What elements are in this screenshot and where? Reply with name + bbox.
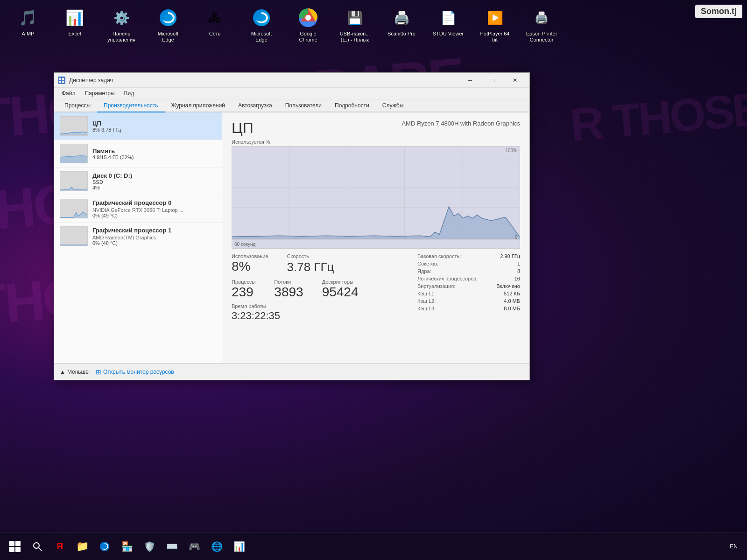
usb-label: USB-накоп... (E:) - Ярлык — [338, 31, 372, 43]
menu-view[interactable]: Вид — [120, 89, 138, 98]
vscode-icon: ⌨️ — [166, 541, 178, 552]
maximize-button[interactable]: □ — [482, 74, 503, 87]
desktop-icon-panel[interactable]: ⚙️ Панель управления — [103, 5, 140, 45]
bg-text-right: R THOSE — [568, 85, 747, 148]
taskmanager-bottombar: ▲ Меньше ⊞ Открыть монитор ресурсов — [54, 363, 529, 380]
processes-value: 239 — [232, 286, 255, 299]
desktop-icon-edge1[interactable]: Microsoft Edge — [149, 5, 187, 45]
edge-taskbar-icon — [99, 541, 110, 552]
runtime-label: Время работы — [232, 303, 408, 309]
sidebar-item-memory[interactable]: Память 4.9/15.4 ГБ (32%) — [54, 140, 222, 168]
desktop-icon-edge2[interactable]: Microsoft Edge — [243, 5, 280, 45]
desktop-icon-pot[interactable]: ▶️ PotPlayer 64 bit — [476, 5, 514, 45]
panel-label: Панель управления — [105, 31, 138, 43]
window-controls: ─ □ ✕ — [459, 74, 526, 87]
tab-details[interactable]: Подробности — [328, 99, 376, 112]
less-label: Меньше — [67, 369, 89, 375]
svg-rect-17 — [60, 227, 87, 245]
pot-icon: ▶️ — [484, 7, 506, 29]
close-button[interactable]: ✕ — [504, 74, 526, 87]
shield-icon: 🛡️ — [144, 541, 155, 552]
sidebar-item-gpu0[interactable]: Графический процессор 0 NVIDIA GeForce R… — [54, 195, 222, 223]
desktop-icon-epson[interactable]: 🖨️ Epson Printer Connector — [523, 5, 560, 45]
open-monitor-link[interactable]: ⊞ Открыть монитор ресурсов — [96, 368, 174, 376]
app-button[interactable]: 📊 — [229, 536, 249, 557]
right-info-panel: Базовая скорость: 2.90 ГГц Сокетов: 1 Яд… — [417, 253, 520, 322]
usage-label: Используется % — [232, 139, 520, 145]
browser-button[interactable]: 🌐 — [206, 536, 227, 557]
sockets-value: 1 — [517, 261, 520, 266]
monitor-icon: ⊞ — [96, 368, 101, 376]
runtime-block: Время работы 3:23:22:35 — [232, 303, 408, 322]
taskbar-icons: Я 📁 🏪 🛡️ ⌨️ 🎮 🌐 — [5, 536, 249, 557]
graph-time-label: 60 секунд — [234, 242, 255, 247]
store-button[interactable]: 🏪 — [117, 536, 137, 557]
less-button[interactable]: ▲ Меньше — [60, 369, 89, 375]
menu-options[interactable]: Параметры — [81, 89, 119, 98]
info-cache1: Кэш L1: 512 КБ — [417, 291, 520, 296]
desktop-icons-container: 🎵 AIMP 📊 Excel ⚙️ Панель управления Micr… — [9, 5, 560, 45]
sidebar-item-cpu[interactable]: ЦП 8% 3.78 ГГц — [54, 112, 222, 140]
cache2-label: Кэш L2: — [417, 298, 436, 304]
cache3-value: 8.0 МБ — [504, 306, 520, 311]
virt-label: Виртуализация: — [417, 283, 455, 289]
gpu1-sidebar-name: Графический процессор 1 — [92, 227, 216, 234]
tab-processes[interactable]: Процессы — [58, 99, 97, 112]
chrome-icon — [297, 7, 319, 29]
gpu1-mini-graph — [60, 226, 88, 246]
disk-sidebar-detail2: SSD — [92, 179, 216, 185]
tab-services[interactable]: Службы — [376, 99, 410, 112]
desktop-icon-aimp[interactable]: 🎵 AIMP — [9, 5, 47, 39]
sidebar-item-gpu1[interactable]: Графический процессор 1 AMD Radeon(TM) G… — [54, 223, 222, 250]
taskmanager-window: Диспетчер задач ─ □ ✕ Файл Параметры Вид… — [54, 72, 530, 380]
yandex-button[interactable]: Я — [49, 536, 70, 557]
minimize-button[interactable]: ─ — [459, 74, 481, 87]
edge-taskbar-button[interactable] — [94, 536, 115, 557]
edge2-label: Microsoft Edge — [245, 31, 278, 43]
search-button[interactable] — [27, 536, 48, 557]
cpu-mini-graph — [60, 116, 88, 136]
cpu-graph: 100% 0 60 секунд — [232, 146, 520, 249]
menu-file[interactable]: Файл — [58, 89, 79, 98]
memory-sidebar-value: 4.9/15.4 ГБ (32%) — [92, 154, 216, 160]
runtime-value: 3:23:22:35 — [232, 310, 408, 322]
tab-startup[interactable]: Автозагрузка — [232, 99, 279, 112]
taskbar-right: EN — [730, 543, 742, 550]
speed-value: 3.78 ГГц — [287, 260, 334, 274]
speed-label: Скорость — [287, 253, 334, 259]
gpu0-sidebar-value: 0% (49 °C) — [92, 213, 216, 218]
vscode-button[interactable]: ⌨️ — [162, 536, 182, 557]
svg-rect-7 — [59, 81, 61, 83]
start-button[interactable] — [5, 536, 25, 557]
processes-block: Процессы 239 — [232, 279, 255, 299]
taskbar: Я 📁 🏪 🛡️ ⌨️ 🎮 🌐 — [0, 532, 747, 560]
desktop-icon-chrome[interactable]: Google Chrome — [289, 5, 327, 45]
content-header: ЦП AMD Ryzen 7 4800H with Radeon Graphic… — [232, 119, 520, 137]
defender-button[interactable]: 🛡️ — [139, 536, 160, 557]
xbox-button[interactable]: 🎮 — [184, 536, 204, 557]
graph-label-100: 100% — [505, 148, 517, 153]
info-logical: Логических процессоров: 16 — [417, 276, 520, 281]
desktop-icon-network[interactable]: 🖧 Сеть — [196, 5, 233, 39]
cpu-title: ЦП — [232, 119, 254, 137]
handles-label: Дескрипторы — [322, 279, 359, 285]
tab-users[interactable]: Пользователи — [279, 99, 328, 112]
explorer-button[interactable]: 📁 — [72, 536, 92, 557]
taskmanager-content: ЦП AMD Ryzen 7 4800H with Radeon Graphic… — [222, 112, 529, 363]
desktop-icon-scanitto[interactable]: 🖨️ Scanitto Pro — [383, 5, 420, 39]
desktop-icon-usb[interactable]: 💾 USB-накоп... (E:) - Ярлык — [336, 5, 374, 45]
edge2-icon — [250, 7, 273, 29]
base-speed-label: Базовая скорость: — [417, 253, 461, 259]
sidebar-item-disk[interactable]: Диск 0 (C: D:) SSD 4% — [54, 168, 222, 195]
search-icon — [33, 542, 42, 551]
desktop-icon-stdu[interactable]: 📄 STDU Viewer — [430, 5, 467, 39]
language-indicator: EN — [730, 543, 738, 550]
logical-label: Логических процессоров: — [417, 276, 478, 281]
svg-rect-13 — [60, 172, 87, 190]
tab-performance[interactable]: Производительность — [97, 99, 164, 112]
desktop-icon-excel[interactable]: 📊 Excel — [56, 5, 93, 39]
stdu-label: STDU Viewer — [433, 31, 464, 37]
svg-rect-8 — [62, 81, 64, 83]
tab-apphistory[interactable]: Журнал приложений — [165, 99, 232, 112]
info-cache3: Кэш L3: 8.0 МБ — [417, 306, 520, 311]
